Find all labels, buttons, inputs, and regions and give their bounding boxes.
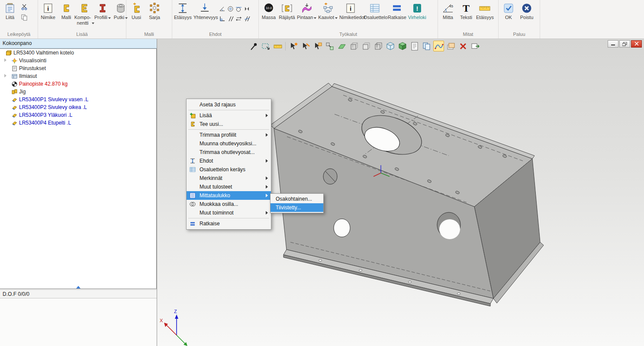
ok-button[interactable]: OK bbox=[499, 1, 518, 21]
pintaan-button[interactable]: Pintaan bbox=[296, 1, 317, 21]
tangent-constraint-icon[interactable] bbox=[235, 4, 243, 13]
appearance-icon bbox=[12, 74, 17, 79]
menu-item-lisaa[interactable]: Lisää bbox=[187, 111, 271, 120]
new-part-icon bbox=[189, 121, 196, 127]
virheloki-button[interactable]: ! Virheloki bbox=[407, 1, 427, 21]
part-list-icon[interactable] bbox=[409, 41, 420, 51]
antiparallel-constraint-icon[interactable] bbox=[243, 14, 251, 23]
angle-constraint-icon[interactable] bbox=[219, 4, 226, 13]
export-icon[interactable] bbox=[470, 41, 480, 51]
teksti-button[interactable]: T Teksti bbox=[457, 1, 475, 21]
kaaviot-button[interactable]: Kaaviot bbox=[317, 1, 338, 21]
group-label-malli: Malli bbox=[126, 31, 172, 38]
menu-item-aseta-3d-rajaus[interactable]: Aseta 3d rajaus bbox=[187, 100, 271, 109]
assembly-panel: Kokoonpano LR53400 Vaihtimen kotelo Visu… bbox=[0, 39, 157, 346]
minimize-button[interactable] bbox=[608, 40, 618, 48]
parallel-constraint-icon[interactable] bbox=[227, 14, 235, 23]
tree-item-ilmiasut[interactable]: Ilmiasut bbox=[0, 72, 156, 80]
copy-sheet-icon[interactable] bbox=[421, 41, 432, 51]
menu-item-merkinnat[interactable]: Merkinnät bbox=[187, 174, 271, 183]
group-label-lisaa: Lisää bbox=[38, 31, 126, 38]
tree-item-painopiste[interactable]: Painopiste 42.870 kg bbox=[0, 80, 156, 88]
viewport-3d[interactable]: Z X bbox=[157, 39, 644, 346]
view-box-2-icon[interactable] bbox=[361, 41, 371, 51]
menu-item-osaluettelon-kerays[interactable]: Osaluettelon keräys bbox=[187, 165, 271, 174]
splitter-handle-icon[interactable] bbox=[76, 286, 80, 288]
plane-icon[interactable] bbox=[336, 41, 347, 51]
paste-button[interactable]: Liitä bbox=[1, 1, 19, 21]
cut-icon[interactable] bbox=[20, 3, 29, 11]
pick-edge-icon[interactable] bbox=[300, 41, 311, 51]
menu-item-muunna-ohutlevyosiksi[interactable]: Muunna ohutlevyosiksi... bbox=[187, 139, 271, 148]
nimiketiedot-button[interactable]: i Nimiketiedot bbox=[338, 1, 363, 21]
expander-icon[interactable] bbox=[4, 74, 6, 77]
restore-button[interactable] bbox=[619, 40, 630, 48]
menu-item-ratkaise[interactable]: Ratkaise bbox=[187, 219, 271, 228]
mitta-button[interactable]: 45 Mitta bbox=[439, 1, 457, 21]
menu-item-trimmaa-ohutlevyosat[interactable]: Trimmaa ohutlevyosat... bbox=[187, 148, 271, 157]
tree-item-part-2[interactable]: LR53400P2 Sivulevy oikea .L bbox=[0, 103, 156, 111]
ribbon-group-malli: Uusi Sarja Malli bbox=[126, 0, 172, 38]
pick-face-icon[interactable] bbox=[312, 41, 323, 51]
view-box-3-icon[interactable] bbox=[373, 41, 383, 51]
group-label-paluu: Paluu bbox=[499, 31, 540, 38]
menu-item-muut-toiminnot[interactable]: Muut toiminnot bbox=[187, 208, 271, 217]
concentric-constraint-icon[interactable] bbox=[227, 4, 235, 13]
tree-item-root-assembly[interactable]: LR53400 Vaihtimen kotelo bbox=[0, 49, 156, 57]
sarja-icon bbox=[148, 2, 161, 14]
svg-text:10.0: 10.0 bbox=[266, 6, 272, 10]
solid-view-icon[interactable] bbox=[397, 41, 408, 51]
tree-item-piirustukset[interactable]: Piirustukset bbox=[0, 64, 156, 72]
rajayta-button[interactable]: Räjäytä bbox=[278, 1, 296, 21]
ratkaise-button[interactable]: Ratkaise bbox=[387, 1, 407, 21]
menu-item-mittataulukko[interactable]: Mittataulukko bbox=[187, 191, 271, 200]
nimike-icon: i bbox=[42, 2, 55, 14]
etaisyys-ehto-button[interactable]: Etäisyys bbox=[173, 1, 193, 21]
tree-item-part-3[interactable]: LR53400P3 Yläkuori .L bbox=[0, 111, 156, 119]
delete-icon[interactable] bbox=[457, 41, 468, 51]
perpendicular-constraint-icon[interactable] bbox=[219, 14, 226, 23]
close-button[interactable] bbox=[631, 40, 642, 48]
sheets-icon[interactable] bbox=[445, 41, 456, 51]
copy-icon[interactable] bbox=[20, 13, 29, 21]
measure-icon[interactable] bbox=[272, 41, 283, 51]
symmetry-constraint-icon[interactable] bbox=[243, 4, 251, 13]
komponentti-button[interactable]: Kompo-nentti bbox=[75, 1, 93, 26]
ribbon: Liitä Leikepöytä i bbox=[0, 0, 644, 39]
osaluettelo-button[interactable]: Osaluettelo bbox=[363, 1, 387, 21]
sketch-icon[interactable] bbox=[433, 41, 444, 51]
kaaviot-icon bbox=[322, 2, 335, 14]
sarja-button[interactable]: Sarja bbox=[145, 1, 164, 21]
pin-icon[interactable] bbox=[248, 41, 259, 51]
zoom-selection-icon[interactable] bbox=[260, 41, 271, 51]
swap-constraint-icon[interactable] bbox=[235, 14, 243, 23]
poistu-button[interactable]: Poistu bbox=[518, 1, 536, 21]
menu-item-muokkaa-osilla[interactable]: Muokkaa osilla... bbox=[187, 200, 271, 208]
profiili-button[interactable]: Profiili bbox=[93, 1, 112, 21]
etaisyys-mitta-button[interactable]: Etäisyys bbox=[475, 1, 495, 21]
submenu-item-tiivistetty[interactable]: Tiivistetty... bbox=[270, 203, 323, 212]
constraints-icon bbox=[189, 158, 196, 164]
tree-item-visualisointi[interactable]: Visualisointi bbox=[0, 57, 156, 64]
expander-icon[interactable] bbox=[4, 58, 6, 62]
malli-button[interactable]: Malli bbox=[57, 1, 75, 21]
menu-item-tee-uusi[interactable]: Tee uusi... bbox=[187, 120, 271, 128]
pick-vertex-icon[interactable] bbox=[288, 41, 299, 51]
malli-icon bbox=[60, 2, 73, 14]
nimike-button[interactable]: i Nimike bbox=[39, 1, 57, 21]
iso-view-icon[interactable] bbox=[385, 41, 396, 51]
tree-item-jig[interactable]: Jig bbox=[0, 88, 156, 96]
yhtenevyys-button[interactable]: Yhtenevyys bbox=[193, 1, 217, 21]
menu-item-muut-tulosteet[interactable]: Muut tulosteet bbox=[187, 183, 271, 191]
uusi-button[interactable]: Uusi bbox=[127, 1, 145, 21]
menu-item-ehdot[interactable]: Ehdot bbox=[187, 157, 271, 165]
uusi-icon bbox=[130, 2, 143, 14]
tree-item-part-4[interactable]: LR53400P4 Etupelti .L bbox=[0, 119, 156, 127]
submenu-item-osakohtainen[interactable]: Osakohtainen... bbox=[270, 195, 323, 203]
massa-button[interactable]: 10.0 Massa bbox=[260, 1, 278, 21]
menu-item-trimmaa-profiilit[interactable]: Trimmaa profiilit bbox=[187, 131, 271, 139]
copy-drag-icon[interactable] bbox=[324, 41, 335, 51]
menu-separator bbox=[188, 218, 269, 218]
tree-item-part-1[interactable]: LR53400P1 Sivulevy vasen .L bbox=[0, 96, 156, 103]
view-box-1-icon[interactable] bbox=[348, 41, 359, 51]
